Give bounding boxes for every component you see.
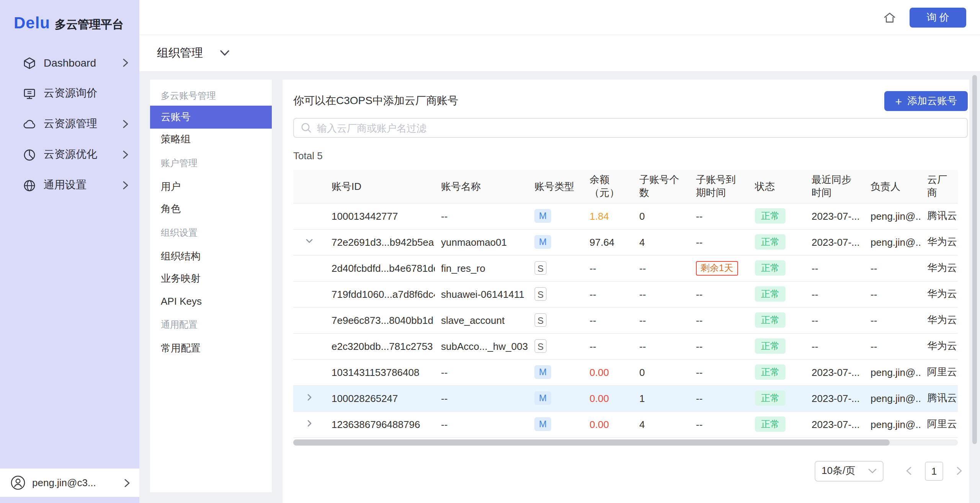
owner: peng.jin@... — [864, 411, 921, 437]
last-sync: 2023-07-... — [805, 359, 864, 385]
quote-button[interactable]: 询 价 — [910, 7, 966, 27]
account-id: 2d40fcbdfd...b4e6781de — [325, 255, 435, 281]
dashboard-icon — [23, 56, 36, 69]
column-header: 最近同步时间 — [805, 170, 864, 203]
nav-item-api-keys[interactable]: API Keys — [150, 290, 272, 313]
nav-item-org-structure[interactable]: 组织结构 — [150, 245, 272, 268]
expand-row-icon[interactable] — [305, 392, 314, 404]
sidebar-item-label: 云资源询价 — [44, 87, 129, 100]
home-icon[interactable] — [883, 10, 897, 24]
table-row[interactable]: 100013442777--M1.840--正常2023-07-...peng.… — [293, 203, 958, 229]
horizontal-scrollbar-thumb[interactable] — [293, 439, 890, 445]
chevron-right-icon — [124, 478, 130, 487]
primary-nav: Dashboard云资源询价云资源管理云资源优化通用设置 — [0, 47, 139, 201]
accounts-table: 账号ID账号名称账号类型余额（元）子账号个数子账号到期时间状态最近同步时间负责人… — [293, 170, 958, 438]
add-cloud-account-button[interactable]: + 添加云账号 — [884, 91, 968, 111]
last-sync: 2023-07-... — [805, 411, 864, 437]
owner: -- — [864, 255, 921, 281]
expand-cell[interactable] — [293, 411, 325, 437]
owner: peng.jin@... — [864, 229, 921, 255]
app: Delu 多云管理平台 Dashboard云资源询价云资源管理云资源优化通用设置… — [0, 0, 980, 503]
account-id: 100013442777 — [325, 203, 435, 229]
table-header-row: 账号ID账号名称账号类型余额（元）子账号个数子账号到期时间状态最近同步时间负责人… — [293, 170, 958, 203]
expand-cell — [293, 333, 325, 359]
table-row[interactable]: 100028265247--M0.001--正常2023-07-...peng.… — [293, 385, 958, 411]
status-badge: 正常 — [755, 260, 786, 276]
table-row[interactable]: 1236386796488796--M0.004--正常2023-07-...p… — [293, 411, 958, 437]
sidebar-item-label: 云资源优化 — [44, 148, 122, 162]
sidebar-item-pricing[interactable]: 云资源询价 — [0, 78, 139, 109]
status-badge: 正常 — [755, 364, 786, 380]
status: 正常 — [749, 333, 805, 359]
chevron-right-icon — [122, 181, 129, 190]
next-page-button[interactable] — [951, 466, 968, 475]
user-account[interactable]: peng.jin@c3... — [0, 469, 139, 497]
type-badge: M — [534, 235, 551, 249]
status-badge: 正常 — [755, 234, 786, 250]
nav-item-policy-group[interactable]: 策略组 — [150, 128, 272, 151]
chevron-right-icon — [122, 150, 129, 159]
page-1-button[interactable]: 1 — [925, 461, 943, 480]
page-size-select[interactable]: 10条/页 — [815, 461, 884, 481]
sub-account-expiry: -- — [690, 359, 749, 385]
expand-row-icon[interactable] — [305, 418, 314, 430]
status: 正常 — [749, 255, 805, 281]
page-title: 组织管理 — [157, 46, 203, 60]
expand-cell[interactable] — [293, 385, 325, 411]
nav-item-roles[interactable]: 角色 — [150, 198, 272, 220]
vendor: 华为云 — [921, 333, 958, 359]
brand-logo: Delu 多云管理平台 — [0, 0, 139, 32]
column-header: 状态 — [749, 170, 805, 203]
sub-account-expiry: -- — [690, 229, 749, 255]
account-name: -- — [435, 359, 528, 385]
expand-cell[interactable] — [293, 229, 325, 255]
sidebar-item-resource-management[interactable]: 云资源管理 — [0, 109, 139, 139]
balance: -- — [583, 281, 633, 307]
table-row[interactable]: 72e2691d3...b942b5eayunmaomao01M97.644--… — [293, 229, 958, 255]
account-type: M — [528, 411, 583, 437]
sub-account-count: -- — [633, 281, 690, 307]
sidebar-item-label: 通用设置 — [44, 178, 122, 192]
vertical-scrollbar[interactable] — [972, 72, 977, 501]
status-badge: 正常 — [755, 312, 786, 328]
vertical-scrollbar-thumb[interactable] — [972, 75, 977, 444]
sidebar-item-optimization[interactable]: 云资源优化 — [0, 139, 139, 170]
account-id: 1236386796488796 — [325, 411, 435, 437]
status: 正常 — [749, 385, 805, 411]
balance: 97.64 — [583, 229, 633, 255]
vendor: 华为云 — [921, 281, 958, 307]
table-row-child[interactable]: 7e9e6c873...8040bb1dslave_accountS------… — [293, 307, 958, 333]
column-header-expand — [293, 170, 325, 203]
table-row-child[interactable]: 719fdd1060...a7d8f6dc4shuawei-06141411S-… — [293, 281, 958, 307]
collapse-row-icon[interactable] — [305, 236, 314, 248]
table-row-child[interactable]: e2c320bdb...781c2753subAcco..._hw_003S--… — [293, 333, 958, 359]
nav-item-users[interactable]: 用户 — [150, 175, 272, 198]
nav-item-common-config[interactable]: 常用配置 — [150, 337, 272, 360]
type-badge: S — [534, 339, 547, 353]
sidebar-item-dashboard[interactable]: Dashboard — [0, 47, 139, 78]
sub-account-count: 4 — [633, 229, 690, 255]
sidebar-item-label: Dashboard — [44, 57, 122, 69]
table-row-child[interactable]: 2d40fcbdfd...b4e6781defin_res_roS----剩余1… — [293, 255, 958, 281]
nav-item-cloud-account[interactable]: 云账号 — [150, 106, 272, 128]
nav-section-label: 账户管理 — [150, 151, 272, 175]
nav-item-business-mapping[interactable]: 业务映射 — [150, 268, 272, 290]
last-sync: 2023-07-... — [805, 203, 864, 229]
chevron-down-icon[interactable] — [220, 50, 230, 57]
vendor: 阿里云 — [921, 359, 958, 385]
prev-page-button[interactable] — [900, 466, 917, 475]
sub-account-expiry: 剩余1天 — [690, 255, 749, 281]
sub-account-count: -- — [633, 255, 690, 281]
sidebar-item-general-settings[interactable]: 通用设置 — [0, 170, 139, 201]
type-badge: M — [534, 209, 551, 223]
chevron-down-icon — [868, 468, 877, 474]
horizontal-scrollbar[interactable] — [293, 439, 958, 445]
table-row[interactable]: 1031431153786408--M0.000--正常2023-07-...p… — [293, 359, 958, 385]
account-name: subAcco..._hw_003 — [435, 333, 528, 359]
last-sync: -- — [805, 255, 864, 281]
vendor: 华为云 — [921, 229, 958, 255]
optimize-icon — [23, 148, 36, 161]
search-input[interactable] — [293, 118, 968, 138]
type-badge: M — [534, 391, 551, 405]
account-type: M — [528, 203, 583, 229]
